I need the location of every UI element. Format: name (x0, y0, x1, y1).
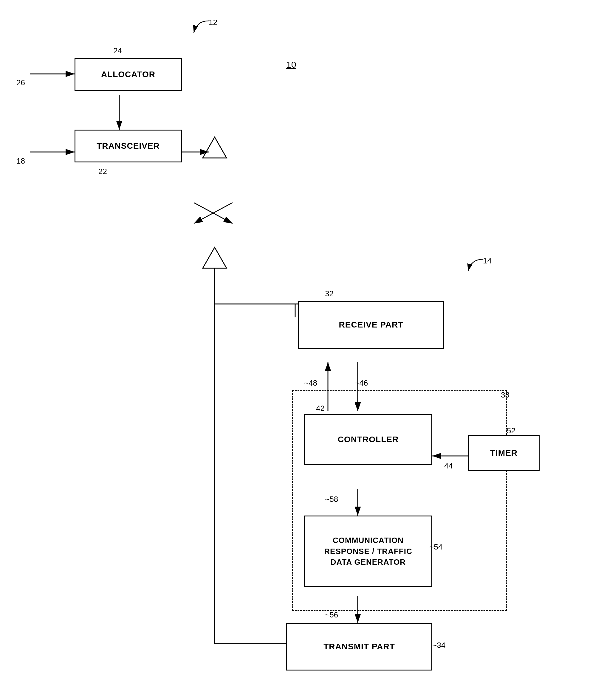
ref-58: ~58 (325, 495, 338, 504)
transceiver-box: TRANSCEIVER (75, 130, 182, 162)
comm-line1: COMMUNICATION (324, 535, 412, 546)
comm-line2: RESPONSE / TRAFFIC (324, 546, 412, 557)
comm-line3: DATA GENERATOR (324, 557, 412, 567)
ref-18: 18 (17, 156, 25, 166)
allocator-box: ALLOCATOR (75, 58, 182, 91)
ref-42: 42 (316, 404, 325, 413)
receive-part-label: RECEIVE PART (339, 320, 404, 330)
comm-response-box: COMMUNICATION RESPONSE / TRAFFIC DATA GE… (304, 516, 432, 587)
svg-marker-7 (203, 137, 226, 158)
ref-34: ~34 (432, 641, 445, 650)
allocator-label: ALLOCATOR (101, 70, 155, 79)
ref-22: 22 (98, 167, 107, 176)
ref-52: 52 (507, 426, 515, 435)
receive-part-box: RECEIVE PART (298, 301, 444, 349)
svg-line-9 (194, 203, 233, 224)
ref-56: ~56 (325, 610, 338, 620)
ref-44: 44 (444, 461, 453, 471)
controller-label: CONTROLLER (338, 435, 398, 444)
svg-line-8 (194, 203, 233, 224)
ref-24: 24 (113, 46, 122, 55)
ref14-arrow (465, 256, 489, 274)
diagram-container: ALLOCATOR TRANSCEIVER 12 24 26 18 22 10 … (0, 0, 604, 700)
transmit-part-label: TRANSMIT PART (323, 642, 395, 651)
timer-box: TIMER (468, 435, 539, 471)
ref-26: 26 (17, 78, 25, 87)
transceiver-label: TRANSCEIVER (97, 141, 160, 151)
ref-10: 10 (286, 59, 296, 70)
ref-48: ~48 (304, 378, 317, 388)
svg-marker-10 (203, 247, 226, 268)
ref12-arrow (191, 18, 215, 36)
ref-46: ~46 (355, 378, 368, 388)
controller-box: CONTROLLER (304, 414, 432, 465)
ref-32: 32 (325, 289, 334, 298)
timer-label: TIMER (490, 448, 517, 458)
ref-38: 38 (501, 391, 509, 400)
ref-54: ~54 (429, 542, 442, 552)
transmit-part-box: TRANSMIT PART (286, 623, 432, 671)
